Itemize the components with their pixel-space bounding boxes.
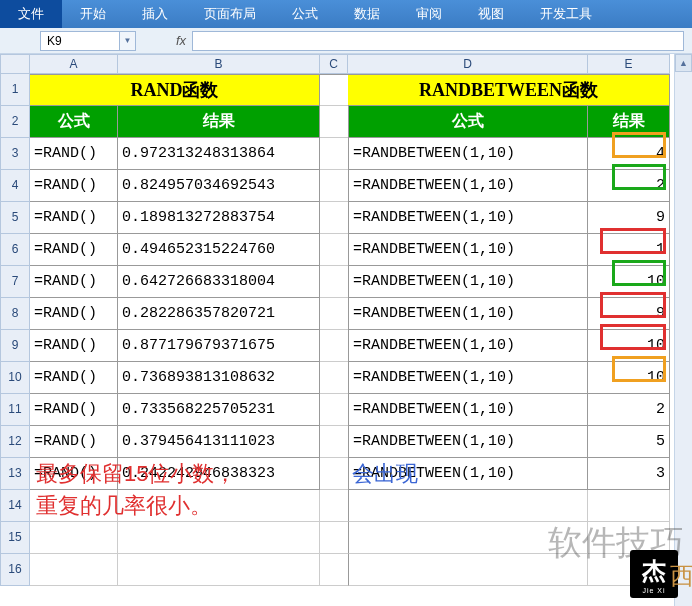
cell-result[interactable]: 0.972313248313864 — [118, 138, 320, 170]
cell-formula[interactable]: =RAND() — [30, 234, 118, 266]
cell-formula[interactable]: =RANDBETWEEN(1,10) — [348, 394, 588, 426]
cell-result[interactable]: 10 — [588, 330, 670, 362]
row-header[interactable]: 2 — [0, 106, 30, 138]
col-header-b[interactable]: B — [118, 54, 320, 74]
cell-formula[interactable]: =RAND() — [30, 266, 118, 298]
header-formula[interactable]: 公式 — [30, 106, 118, 138]
cell[interactable] — [320, 554, 348, 586]
cell-result[interactable]: 0.282286357820721 — [118, 298, 320, 330]
col-header-e[interactable]: E — [588, 54, 670, 74]
header-result[interactable]: 结果 — [118, 106, 320, 138]
name-box-dropdown[interactable]: ▼ — [120, 31, 136, 51]
cell-result[interactable]: 0.189813272883754 — [118, 202, 320, 234]
cell-formula[interactable]: =RAND() — [30, 202, 118, 234]
cell[interactable] — [320, 202, 348, 234]
cell-result[interactable]: 0.824957034692543 — [118, 170, 320, 202]
cell-formula[interactable]: =RANDBETWEEN(1,10) — [348, 362, 588, 394]
cell-formula[interactable]: =RAND() — [30, 330, 118, 362]
cell[interactable] — [30, 522, 118, 554]
row-header[interactable]: 15 — [0, 522, 30, 554]
tab-insert[interactable]: 插入 — [124, 0, 186, 28]
cell[interactable] — [320, 522, 348, 554]
cell-formula[interactable]: =RANDBETWEEN(1,10) — [348, 202, 588, 234]
select-all-corner[interactable] — [0, 54, 30, 74]
cell-formula[interactable]: =RAND() — [30, 426, 118, 458]
tab-layout[interactable]: 页面布局 — [186, 0, 274, 28]
cell-formula[interactable]: =RAND() — [30, 170, 118, 202]
header-result[interactable]: 结果 — [588, 106, 670, 138]
cell-formula[interactable]: =RANDBETWEEN(1,10) — [348, 426, 588, 458]
cell-formula[interactable]: =RANDBETWEEN(1,10) — [348, 298, 588, 330]
row-header[interactable]: 16 — [0, 554, 30, 586]
tab-formula[interactable]: 公式 — [274, 0, 336, 28]
cell-formula[interactable]: =RAND() — [30, 298, 118, 330]
cell[interactable] — [320, 298, 348, 330]
cell[interactable] — [118, 554, 320, 586]
cell[interactable] — [320, 234, 348, 266]
cell-result[interactable]: 2 — [588, 394, 670, 426]
cell[interactable] — [320, 170, 348, 202]
cell[interactable] — [320, 138, 348, 170]
cell-formula[interactable]: =RANDBETWEEN(1,10) — [348, 170, 588, 202]
row-header[interactable]: 5 — [0, 202, 30, 234]
row-header[interactable]: 14 — [0, 490, 30, 522]
row-header[interactable]: 12 — [0, 426, 30, 458]
scroll-up-icon[interactable]: ▲ — [675, 54, 692, 72]
cell[interactable] — [588, 490, 670, 522]
cell-result[interactable]: 9 — [588, 298, 670, 330]
row-header[interactable]: 4 — [0, 170, 30, 202]
cell-result[interactable]: 2 — [588, 170, 670, 202]
cell[interactable] — [320, 458, 348, 490]
cell[interactable] — [320, 74, 348, 106]
row-header[interactable]: 9 — [0, 330, 30, 362]
formula-input[interactable] — [192, 31, 684, 51]
title-randbetween[interactable]: RANDBETWEEN函数 — [348, 74, 670, 106]
cell[interactable] — [30, 554, 118, 586]
col-header-c[interactable]: C — [320, 54, 348, 74]
tab-view[interactable]: 视图 — [460, 0, 522, 28]
cell[interactable] — [320, 266, 348, 298]
tab-data[interactable]: 数据 — [336, 0, 398, 28]
cell-formula[interactable]: =RAND() — [30, 394, 118, 426]
cell[interactable] — [320, 106, 348, 138]
tab-dev[interactable]: 开发工具 — [522, 0, 610, 28]
row-header[interactable]: 6 — [0, 234, 30, 266]
col-header-a[interactable]: A — [30, 54, 118, 74]
cell-result[interactable]: 3 — [588, 458, 670, 490]
cell[interactable] — [320, 426, 348, 458]
row-header[interactable]: 11 — [0, 394, 30, 426]
file-tab[interactable]: 文件 — [0, 0, 62, 28]
cell[interactable] — [320, 330, 348, 362]
row-header[interactable]: 1 — [0, 74, 30, 106]
cell-result[interactable]: 0.379456413111023 — [118, 426, 320, 458]
cell[interactable] — [320, 362, 348, 394]
name-box[interactable]: K9 — [40, 31, 120, 51]
cell-result[interactable]: 0.736893813108632 — [118, 362, 320, 394]
cell-result[interactable]: 10 — [588, 362, 670, 394]
row-header[interactable]: 10 — [0, 362, 30, 394]
cell-result[interactable]: 5 — [588, 426, 670, 458]
cell-formula[interactable]: =RANDBETWEEN(1,10) — [348, 266, 588, 298]
cell[interactable] — [118, 522, 320, 554]
cell[interactable] — [348, 490, 588, 522]
col-header-d[interactable]: D — [348, 54, 588, 74]
cell-result[interactable]: 0.877179679371675 — [118, 330, 320, 362]
row-header[interactable]: 7 — [0, 266, 30, 298]
header-formula[interactable]: 公式 — [348, 106, 588, 138]
row-header[interactable]: 13 — [0, 458, 30, 490]
row-header[interactable]: 3 — [0, 138, 30, 170]
cell-result[interactable]: 0.642726683318004 — [118, 266, 320, 298]
row-header[interactable]: 8 — [0, 298, 30, 330]
cell-result[interactable]: 4 — [588, 138, 670, 170]
cell-formula[interactable]: =RANDBETWEEN(1,10) — [348, 234, 588, 266]
cell-result[interactable]: 0.494652315224760 — [118, 234, 320, 266]
cell-result[interactable]: 9 — [588, 202, 670, 234]
cell[interactable] — [320, 394, 348, 426]
tab-home[interactable]: 开始 — [62, 0, 124, 28]
tab-review[interactable]: 审阅 — [398, 0, 460, 28]
cell-formula[interactable]: =RAND() — [30, 362, 118, 394]
fx-icon[interactable]: fx — [176, 33, 186, 48]
title-rand[interactable]: RAND函数 — [30, 74, 320, 106]
cell[interactable] — [320, 490, 348, 522]
cell-result[interactable]: 1 — [588, 234, 670, 266]
